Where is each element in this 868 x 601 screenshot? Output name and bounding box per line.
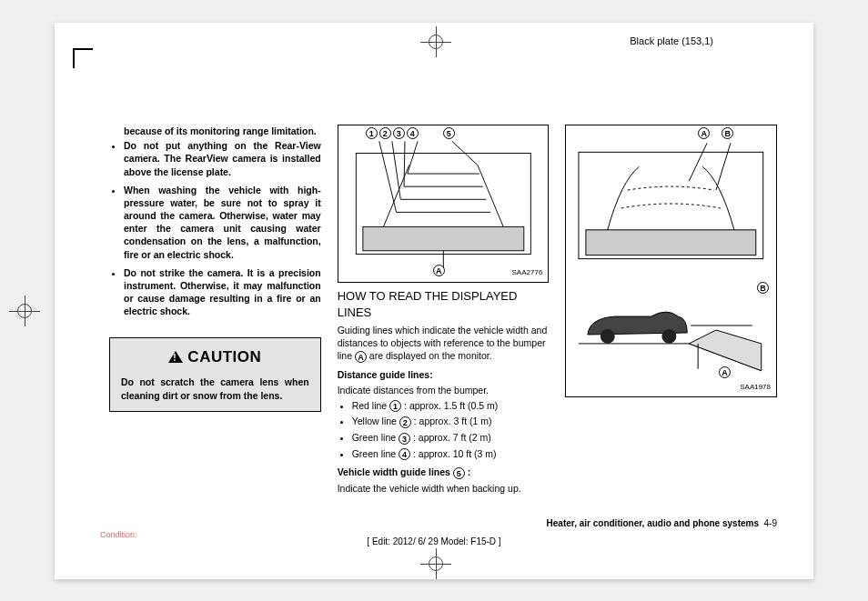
callout-2: 2 xyxy=(379,127,391,139)
figure-vehicle: A B B A xyxy=(565,125,777,397)
column-1: because of its monitoring range limitati… xyxy=(109,125,321,495)
section-heading: HOW TO READ THE DISPLAYED LINES xyxy=(338,288,550,320)
callout-5-inline: 5 xyxy=(453,467,465,479)
page: Black plate (153,1) because of its monit… xyxy=(55,23,813,579)
svg-point-19 xyxy=(662,329,677,344)
footer-section: Heater, air conditioner, audio and phone… xyxy=(547,518,777,528)
list-item: Do not strike the camera. It is a precis… xyxy=(124,266,321,318)
distance-list: Red line 1 : approx. 1.5 ft (0.5 m) Yell… xyxy=(338,399,550,461)
list-item: Yellow line 2 : approx. 3 ft (1 m) xyxy=(352,415,550,428)
continued-paragraph: because of its monitoring range limitati… xyxy=(109,125,321,137)
camera-view-icon xyxy=(571,131,771,276)
footer-edit: [ Edit: 2012/ 6/ 29 Model: F15-D ] xyxy=(55,536,813,546)
callout-2-inline: 2 xyxy=(399,416,411,428)
registration-mark-icon xyxy=(420,26,451,57)
svg-line-16 xyxy=(690,143,708,181)
column-3: A B B A xyxy=(565,125,777,495)
list-item: Green line 3 : approx. 7 ft (2 m) xyxy=(352,431,550,445)
svg-rect-1 xyxy=(363,226,524,250)
registration-mark-icon xyxy=(420,548,451,579)
subhead-distance: Distance guide lines: xyxy=(338,368,550,381)
caution-title: CAUTION xyxy=(121,347,309,368)
caution-title-text: CAUTION xyxy=(187,348,261,366)
black-plate-label: Black plate (153,1) xyxy=(630,35,713,46)
svg-point-18 xyxy=(601,329,615,344)
callout-B: B xyxy=(757,282,769,294)
registration-mark-icon xyxy=(9,295,40,326)
content-area: because of its monitoring range limitati… xyxy=(109,125,777,543)
callout-1-inline: 1 xyxy=(389,400,401,412)
callout-A-inline: A xyxy=(355,351,367,363)
list-item: When washing the vehicle with high-press… xyxy=(124,184,321,261)
condition-label: Condition: xyxy=(100,530,137,539)
list-item: Red line 1 : approx. 1.5 ft (0.5 m) xyxy=(352,399,550,413)
callout-4-inline: 4 xyxy=(399,448,410,460)
figure-code: SAA2776 xyxy=(512,268,543,278)
callout-A: A xyxy=(433,265,445,276)
callout-3: 3 xyxy=(393,127,405,139)
svg-line-11 xyxy=(407,141,417,174)
svg-line-3 xyxy=(478,165,503,227)
caution-box: CAUTION Do not scratch the camera lens w… xyxy=(109,337,321,411)
subhead-width: Vehicle width guide lines 5 : xyxy=(338,466,550,479)
subhead-distance-desc: Indicate distances from the bumper. xyxy=(338,384,550,396)
figure-code: SAA1978 xyxy=(740,383,771,393)
list-item: Do not put anything on the Rear-View cam… xyxy=(124,139,321,178)
callout-4: 4 xyxy=(407,127,419,139)
intro-text: Guiding lines which indicate the vehicle… xyxy=(338,324,550,363)
callout-5: 5 xyxy=(443,127,455,139)
svg-line-10 xyxy=(404,141,405,186)
subhead-width-desc: Indicate the vehicle width when backing … xyxy=(338,482,550,495)
caution-body: Do not scratch the camera lens when clea… xyxy=(121,376,309,401)
camera-diagram-icon xyxy=(344,131,543,276)
svg-line-17 xyxy=(716,143,731,190)
callout-A: A xyxy=(719,366,731,378)
warning-triangle-icon xyxy=(168,351,183,363)
column-2: 1 2 3 4 5 A SAA2776 HOW TO READ THE DISP… xyxy=(338,125,550,495)
car-side-icon xyxy=(571,280,771,380)
caution-list: Do not put anything on the Rear-View cam… xyxy=(109,139,321,317)
callout-3-inline: 3 xyxy=(399,433,410,445)
figure-guidelines: 1 2 3 4 5 A SAA2776 xyxy=(338,125,550,283)
svg-line-9 xyxy=(392,141,400,199)
svg-rect-15 xyxy=(586,230,756,255)
crop-mark xyxy=(73,48,93,68)
list-item: Green line 4 : approx. 10 ft (3 m) xyxy=(352,447,550,461)
callout-1: 1 xyxy=(366,127,378,139)
